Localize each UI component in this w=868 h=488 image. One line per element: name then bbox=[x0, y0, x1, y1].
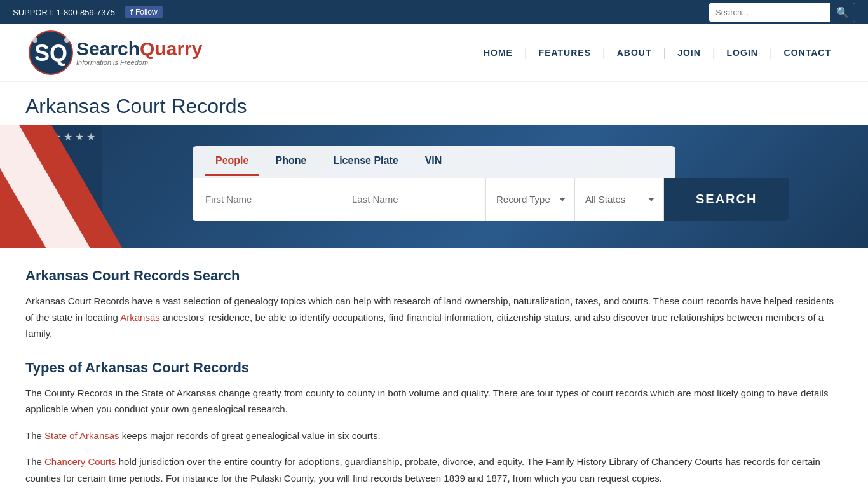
last-name-input[interactable] bbox=[339, 178, 486, 221]
logo-tagline: Information is Freedom bbox=[76, 58, 202, 66]
section2-paragraph1: The County Records in the State of Arkan… bbox=[25, 385, 843, 417]
flag-decoration: ★ ★ ★ ★ ★ ★ ★ ★ ★ ★ ★ ★ bbox=[0, 125, 191, 248]
hero-banner: ★ ★ ★ ★ ★ ★ ★ ★ ★ ★ ★ ★ People Phone Lic… bbox=[0, 125, 868, 248]
top-bar: SUPPORT: 1-800-859-7375 f Follow 🔍 bbox=[0, 0, 868, 24]
logo-name: SearchQuarry bbox=[76, 39, 202, 58]
top-search-input[interactable] bbox=[709, 4, 830, 20]
svg-point-2 bbox=[32, 37, 37, 43]
svg-point-3 bbox=[64, 37, 69, 43]
page-title-area: Arkansas Court Records bbox=[0, 82, 868, 125]
section2-title: Types of Arkansas Court Records bbox=[25, 360, 843, 376]
tab-license-plate[interactable]: License Plate bbox=[323, 147, 408, 176]
section1-title: Arkansas Court Records Search bbox=[25, 268, 843, 284]
search-form: Record Type All States SEARCH bbox=[193, 178, 675, 221]
section1-arkansas-link[interactable]: Arkansas bbox=[120, 312, 160, 323]
svg-text:SQ: SQ bbox=[34, 40, 67, 66]
top-bar-right: 🔍 bbox=[709, 3, 855, 22]
content-area: Arkansas Court Records Search Arkansas C… bbox=[0, 248, 868, 488]
site-header: SQ SearchQuarry Information is Freedom H… bbox=[0, 24, 868, 82]
hero-content: People Phone License Plate VIN Record Ty… bbox=[193, 146, 675, 221]
tab-phone[interactable]: Phone bbox=[265, 147, 316, 176]
state-of-arkansas-link[interactable]: State of Arkansas bbox=[44, 430, 119, 441]
section2-paragraph2: The State of Arkansas keeps major record… bbox=[25, 428, 843, 444]
search-button[interactable]: SEARCH bbox=[664, 178, 789, 221]
section2: Types of Arkansas Court Records The Coun… bbox=[25, 360, 843, 489]
top-search-button[interactable]: 🔍 bbox=[830, 3, 855, 22]
first-name-input[interactable] bbox=[193, 178, 339, 221]
search-tabs: People Phone License Plate VIN bbox=[193, 146, 675, 178]
nav-contact[interactable]: CONTACT bbox=[773, 48, 843, 58]
section2-p2-pre: The bbox=[25, 430, 42, 441]
nav-features[interactable]: FEATURES bbox=[527, 48, 602, 58]
tab-people[interactable]: People bbox=[205, 147, 259, 176]
top-bar-left: SUPPORT: 1-800-859-7375 f Follow bbox=[13, 6, 163, 18]
main-nav: HOME | FEATURES | ABOUT | JOIN | LOGIN |… bbox=[472, 46, 843, 60]
star-8: ★ bbox=[86, 131, 95, 143]
section2-paragraph3: The Chancery Courts hold jurisdiction ov… bbox=[25, 454, 843, 486]
section1-paragraph1: Arkansas Court Records have a vast selec… bbox=[25, 293, 843, 342]
record-type-select[interactable]: Record Type bbox=[486, 178, 575, 221]
section2-p2-post: keeps major records of great genealogica… bbox=[122, 430, 381, 441]
nav-about[interactable]: ABOUT bbox=[606, 48, 663, 58]
star-6: ★ bbox=[64, 131, 72, 143]
facebook-icon: f bbox=[130, 8, 133, 17]
section2-p3-pre: The bbox=[25, 456, 42, 467]
logo-search: Search bbox=[76, 38, 140, 59]
star-7: ★ bbox=[75, 131, 84, 143]
logo-quarry: Quarry bbox=[140, 38, 202, 59]
page-title: Arkansas Court Records bbox=[25, 95, 843, 118]
section2-p3-post: hold jurisdiction over the entire countr… bbox=[25, 456, 820, 484]
nav-login[interactable]: LOGIN bbox=[715, 48, 770, 58]
state-select[interactable]: All States bbox=[575, 178, 664, 221]
nav-join[interactable]: JOIN bbox=[666, 48, 712, 58]
logo: SQ SearchQuarry Information is Freedom bbox=[25, 30, 202, 75]
top-search-bar: 🔍 bbox=[709, 3, 855, 22]
tab-vin[interactable]: VIN bbox=[415, 147, 452, 176]
follow-label: Follow bbox=[135, 8, 158, 17]
chancery-courts-link[interactable]: Chancery Courts bbox=[44, 456, 116, 467]
logo-icon: SQ bbox=[25, 30, 76, 75]
fb-follow-button[interactable]: f Follow bbox=[125, 6, 163, 18]
support-text: SUPPORT: 1-800-859-7375 bbox=[13, 8, 115, 17]
logo-text: SearchQuarry Information is Freedom bbox=[76, 39, 202, 66]
nav-home[interactable]: HOME bbox=[472, 48, 524, 58]
